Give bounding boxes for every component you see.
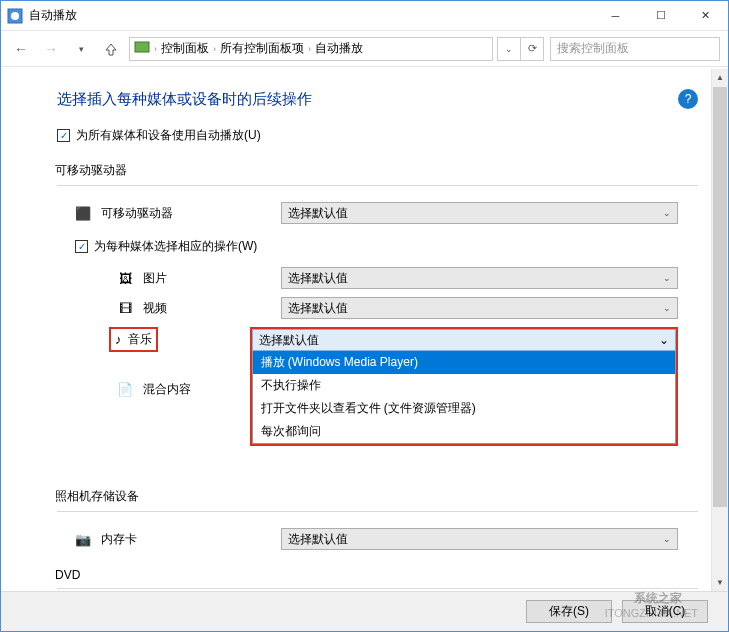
music-icon: ♪ <box>115 332 122 347</box>
content-pane: 选择插入每种媒体或设备时的后续操作 ? ✓ 为所有媒体和设备使用自动播放(U) … <box>1 69 710 591</box>
breadcrumb[interactable]: 所有控制面板项 <box>220 40 304 57</box>
dropdown-option[interactable]: 每次都询问 <box>253 420 676 443</box>
footer-bar: 保存(S) 取消(C) <box>1 591 728 631</box>
music-combo[interactable]: 选择默认值 ⌄ <box>252 329 677 351</box>
search-input[interactable]: 搜索控制面板 <box>550 37 720 61</box>
history-dropdown[interactable]: ▾ <box>69 37 93 61</box>
music-dropdown-highlight: 选择默认值 ⌄ 播放 (Windows Media Player) 不执行操作 … <box>250 327 679 446</box>
help-icon[interactable]: ? <box>678 89 698 109</box>
choose-each-label: 为每种媒体选择相应的操作(W) <box>94 238 257 255</box>
scroll-up-arrow[interactable]: ▲ <box>712 69 728 86</box>
app-icon <box>7 8 23 24</box>
cancel-button[interactable]: 取消(C) <box>622 600 708 623</box>
back-button[interactable]: ← <box>9 37 33 61</box>
vertical-scrollbar[interactable]: ▲ ▼ <box>711 69 728 591</box>
video-icon: 🎞 <box>117 300 133 316</box>
choose-each-checkbox[interactable]: ✓ <box>75 240 88 253</box>
memory-card-label: 内存卡 <box>101 531 281 548</box>
divider <box>57 511 698 512</box>
chevron-right-icon: › <box>154 44 157 54</box>
video-label: 视频 <box>143 300 281 317</box>
section-camera-title: 照相机存储设备 <box>55 488 698 505</box>
breadcrumb[interactable]: 控制面板 <box>161 40 209 57</box>
cpl-icon <box>134 39 150 58</box>
memory-card-combo[interactable]: 选择默认值 ⌄ <box>281 528 678 550</box>
mixed-icon: 📄 <box>117 381 133 397</box>
pictures-combo[interactable]: 选择默认值 ⌄ <box>281 267 678 289</box>
refresh-button[interactable]: ⟳ <box>520 37 544 61</box>
chevron-down-icon: ⌄ <box>663 273 671 283</box>
music-label: 音乐 <box>128 331 152 348</box>
address-dropdown-button[interactable]: ⌄ <box>497 37 521 61</box>
window-title: 自动播放 <box>29 7 593 24</box>
chevron-down-icon: ⌄ <box>659 333 669 347</box>
video-combo[interactable]: 选择默认值 ⌄ <box>281 297 678 319</box>
window-titlebar: 自动播放 ─ ☐ ✕ <box>1 1 728 31</box>
page-heading: 选择插入每种媒体或设备时的后续操作 <box>57 90 312 109</box>
chevron-right-icon: › <box>308 44 311 54</box>
nav-toolbar: ← → ▾ › 控制面板 › 所有控制面板项 › 自动播放 ⌄ ⟳ 搜索控制面板 <box>1 31 728 67</box>
dropdown-option[interactable]: 打开文件夹以查看文件 (文件资源管理器) <box>253 397 676 420</box>
music-dropdown-list: 播放 (Windows Media Player) 不执行操作 打开文件夹以查看… <box>252 351 677 444</box>
svg-rect-2 <box>135 42 149 52</box>
address-bar[interactable]: › 控制面板 › 所有控制面板项 › 自动播放 <box>129 37 493 61</box>
music-row-highlight: ♪ 音乐 <box>109 327 158 352</box>
minimize-button[interactable]: ─ <box>593 1 638 31</box>
chevron-right-icon: › <box>213 44 216 54</box>
section-removable-title: 可移动驱动器 <box>55 162 698 179</box>
pictures-label: 图片 <box>143 270 281 287</box>
camera-icon: 📷 <box>75 531 91 547</box>
drive-icon: ⬛ <box>75 205 91 221</box>
breadcrumb[interactable]: 自动播放 <box>315 40 363 57</box>
section-dvd-title: DVD <box>55 568 698 582</box>
removable-drive-label: 可移动驱动器 <box>101 205 281 222</box>
save-button[interactable]: 保存(S) <box>526 600 612 623</box>
up-button[interactable] <box>99 37 123 61</box>
divider <box>57 588 698 589</box>
maximize-button[interactable]: ☐ <box>638 1 683 31</box>
use-autoplay-label: 为所有媒体和设备使用自动播放(U) <box>76 127 261 144</box>
divider <box>57 185 698 186</box>
use-autoplay-checkbox[interactable]: ✓ <box>57 129 70 142</box>
scroll-down-arrow[interactable]: ▼ <box>712 574 728 591</box>
forward-button[interactable]: → <box>39 37 63 61</box>
dropdown-option[interactable]: 播放 (Windows Media Player) <box>253 351 676 374</box>
svg-point-1 <box>11 12 19 20</box>
close-button[interactable]: ✕ <box>683 1 728 31</box>
chevron-down-icon: ⌄ <box>663 534 671 544</box>
chevron-down-icon: ⌄ <box>663 208 671 218</box>
scroll-thumb[interactable] <box>713 87 727 507</box>
picture-icon: 🖼 <box>117 270 133 286</box>
dropdown-option[interactable]: 不执行操作 <box>253 374 676 397</box>
removable-drive-combo[interactable]: 选择默认值 ⌄ <box>281 202 678 224</box>
chevron-down-icon: ⌄ <box>663 303 671 313</box>
